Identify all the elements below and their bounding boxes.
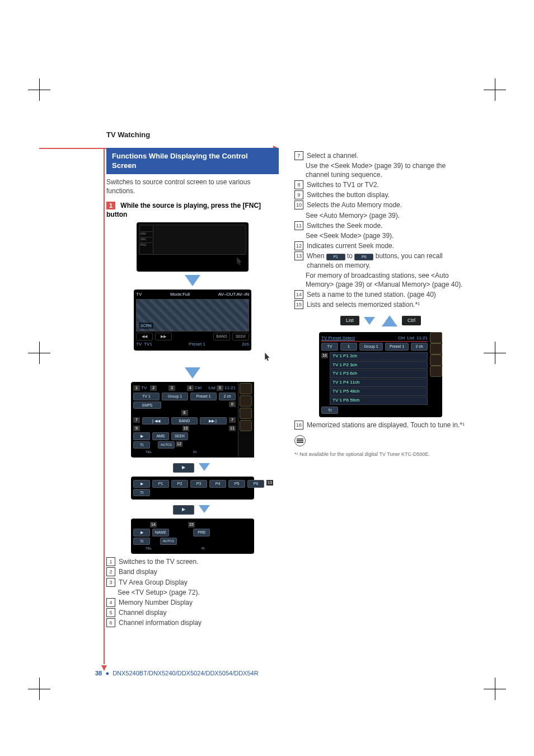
scrn-button[interactable]: SCRN — [139, 323, 153, 329]
ctrl-tab[interactable]: Ctrl — [398, 335, 405, 342]
crop-mark — [34, 347, 45, 358]
legend-num: 8 — [294, 180, 303, 189]
legend-num: 11 — [294, 221, 303, 230]
callout-5: 5 — [217, 385, 223, 391]
callout-15: 15 — [188, 522, 195, 528]
legend-left: 1Switches to the TV screen.2Band display… — [106, 557, 279, 627]
list-header: TV Preset Select — [321, 335, 355, 342]
next-button[interactable]: ▶▶ — [155, 333, 172, 340]
ti-button[interactable]: TI — [133, 538, 150, 545]
prev-button[interactable]: ❘◀◀ — [142, 417, 169, 424]
crop-mark — [34, 683, 45, 694]
legend-text: Switches to the TV screen. — [119, 557, 279, 566]
device-screenshot-preset-list: TV Preset Select Ctrl List 11:21 TV 1 Gr… — [319, 332, 442, 417]
legend-text: Switches to TV1 or TV2. — [307, 180, 467, 189]
auto-label: AUTO1 — [160, 538, 177, 545]
footnote-block — [294, 435, 467, 449]
seek-button[interactable]: SEEK — [171, 432, 188, 440]
preset-button[interactable]: Preset 1 — [385, 343, 409, 350]
list-tab[interactable]: List — [209, 385, 216, 391]
ch-button[interactable]: 2 ch — [411, 343, 428, 350]
ch-button[interactable]: 2 ch — [219, 393, 236, 400]
list-tab[interactable]: List — [407, 335, 414, 342]
preset-row[interactable]: TV 1 P1 2ch — [330, 352, 428, 361]
preset-row[interactable]: TV 1 P6 59ch — [330, 396, 428, 405]
legend-text: TV Area Group Display — [119, 578, 279, 587]
band-button[interactable]: BAND — [171, 417, 198, 424]
next-button[interactable]: ▶▶❘ — [200, 417, 227, 424]
preset-p2[interactable]: P2 — [171, 480, 188, 487]
ctrl-tab[interactable]: Ctrl — [195, 385, 202, 391]
one-button[interactable]: 1 — [340, 343, 357, 350]
play-button[interactable]: ▶ — [133, 529, 150, 536]
tv-label: TV — [141, 385, 147, 391]
preset-p5[interactable]: P5 — [228, 480, 245, 487]
group-button[interactable]: Group 1 — [359, 343, 383, 350]
legend-text: Select a channel. — [307, 151, 467, 160]
prev-button[interactable]: ◀◀ — [136, 333, 153, 340]
tv1-button[interactable]: TV 1 — [133, 393, 160, 400]
legend-num: 6 — [106, 618, 115, 627]
preset-p4[interactable]: P4 — [209, 480, 226, 487]
scr-tv-title: TV — [136, 292, 142, 298]
legend-num: 9 — [294, 190, 303, 199]
preset-p3[interactable]: P3 — [190, 480, 207, 487]
side-icon[interactable] — [240, 383, 252, 394]
section-header: TV Watching — [106, 130, 467, 140]
legend-num: 16 — [294, 421, 303, 430]
ti-button[interactable]: TI — [133, 441, 150, 449]
play-button[interactable]: ▶ — [133, 480, 150, 487]
side-icon[interactable] — [240, 408, 252, 419]
preset-row[interactable]: TV 1 P5 48ch — [330, 388, 428, 396]
footnote-text: *¹ Not available for the optional digita… — [294, 451, 467, 458]
band-button[interactable]: BAND — [213, 333, 230, 340]
pointer-icon — [233, 256, 245, 268]
tab-transition: List Ctrl — [294, 313, 467, 329]
topic-title: Functions While Displaying the Control S… — [106, 148, 279, 174]
legend-num: 4 — [106, 598, 115, 607]
side-icon[interactable] — [430, 354, 442, 366]
name-button[interactable]: NAME — [152, 529, 169, 536]
preset-row[interactable]: TV 1 P4 11ch — [330, 379, 428, 387]
scr-tv-mode: Mode:Full — [170, 292, 190, 298]
legend-num: 1 — [106, 557, 115, 566]
ame-button[interactable]: AME — [152, 432, 169, 440]
tv-button[interactable]: TV — [321, 343, 338, 350]
list-tab[interactable]: List — [340, 316, 359, 325]
preset-p6[interactable]: P6 — [247, 480, 264, 487]
seek-button[interactable]: SEEK — [232, 333, 249, 340]
side-icon[interactable] — [430, 343, 442, 354]
device-screenshot-presets: ▶ P1 P2 P3 P4 P5 P6 13 TI — [131, 477, 254, 500]
legend-subtext: See <TV Setup> (page 72). — [118, 588, 279, 597]
time-label: 11:21 — [224, 385, 236, 391]
ctrl-tab[interactable]: Ctrl — [402, 316, 421, 325]
legend-num: 7 — [294, 151, 303, 160]
legend-num: 3 — [106, 578, 115, 587]
callout-4: 4 — [187, 385, 194, 391]
crop-mark — [489, 347, 500, 358]
side-icon[interactable] — [240, 395, 252, 407]
time-label: 11:21 — [416, 335, 428, 342]
ti-button[interactable]: TI — [133, 489, 150, 496]
preset-row[interactable]: TV 1 P2 3ch — [330, 361, 428, 370]
device-screenshot-ctrl: 1 TV 2 3 4 Ctrl List 5 11:21 — [131, 382, 254, 458]
legend-text: Memory Number Display — [119, 598, 279, 607]
legend-num: 2 — [106, 567, 115, 576]
ti-button[interactable]: TI — [321, 407, 338, 414]
preset-p1[interactable]: P1 — [152, 480, 169, 487]
legend-subtext: See <Auto Memory> (page 39). — [306, 211, 467, 220]
side-icon[interactable] — [430, 332, 442, 343]
tv-label: TV — [136, 342, 142, 348]
legend-right: 7Select a channel.Use the <Seek Mode> (p… — [294, 151, 467, 310]
preset-button[interactable]: Preset 1 — [190, 393, 217, 400]
play-button[interactable]: ▶ — [133, 432, 150, 440]
legend-subtext: Use the <Seek Mode> (page 39) to change … — [306, 161, 467, 179]
pre-button[interactable]: PRE — [193, 529, 210, 536]
snps-button[interactable]: SNPS — [133, 402, 161, 409]
play-indicator: ▶ — [173, 463, 194, 473]
preset-row[interactable]: TV 1 P3 6ch — [330, 370, 428, 378]
side-icon[interactable] — [430, 366, 442, 377]
group-button[interactable]: Group 1 — [162, 393, 188, 400]
side-icon[interactable] — [240, 420, 252, 431]
legend-text: Memorized stations are displayed. Touch … — [307, 421, 467, 430]
